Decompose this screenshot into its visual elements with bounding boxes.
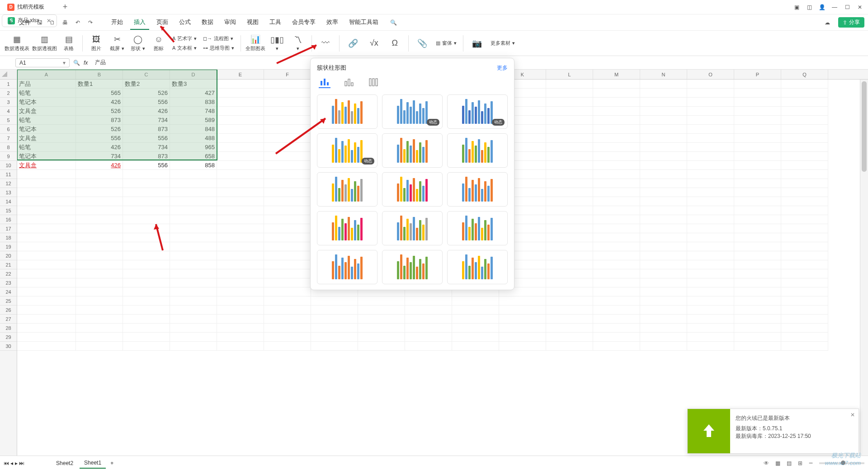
cell[interactable] bbox=[264, 278, 311, 287]
cell[interactable] bbox=[264, 134, 311, 143]
camera-button[interactable]: 📷 bbox=[468, 33, 486, 54]
cell[interactable] bbox=[264, 206, 311, 215]
cell[interactable] bbox=[734, 161, 781, 170]
cell[interactable] bbox=[358, 296, 405, 306]
cell[interactable] bbox=[76, 206, 123, 215]
cell[interactable] bbox=[17, 306, 76, 315]
cell[interactable] bbox=[640, 197, 687, 206]
cell[interactable] bbox=[781, 306, 828, 315]
cell[interactable] bbox=[264, 143, 311, 152]
cell[interactable] bbox=[76, 342, 123, 351]
cell[interactable] bbox=[358, 324, 405, 333]
row-header[interactable]: 29 bbox=[0, 333, 17, 342]
cell[interactable] bbox=[546, 287, 593, 296]
cell[interactable] bbox=[17, 179, 76, 188]
hyperlink-button[interactable]: 🔗 bbox=[344, 33, 362, 54]
cell[interactable] bbox=[781, 116, 828, 125]
cell[interactable] bbox=[734, 143, 781, 152]
cell[interactable] bbox=[640, 287, 687, 296]
cell[interactable] bbox=[640, 188, 687, 197]
cell[interactable] bbox=[76, 278, 123, 287]
cell[interactable] bbox=[546, 251, 593, 260]
cell[interactable] bbox=[781, 107, 828, 116]
cell[interactable] bbox=[546, 306, 593, 315]
cell[interactable] bbox=[17, 324, 76, 333]
cell[interactable] bbox=[358, 315, 405, 324]
cell[interactable] bbox=[311, 315, 358, 324]
chart-type-100stacked[interactable] bbox=[368, 76, 379, 88]
cell[interactable] bbox=[734, 287, 781, 296]
menu-tab[interactable]: 视图 bbox=[243, 15, 262, 30]
cell[interactable] bbox=[546, 215, 593, 224]
cell[interactable] bbox=[640, 269, 687, 278]
cell[interactable]: 铅笔 bbox=[17, 116, 76, 125]
row-header[interactable]: 3 bbox=[0, 98, 17, 107]
cell[interactable] bbox=[734, 251, 781, 260]
sheet-tab[interactable]: Sheet1 bbox=[80, 458, 106, 469]
cell[interactable] bbox=[217, 125, 264, 134]
cell[interactable] bbox=[217, 233, 264, 242]
flowchart-button[interactable]: ◻→ 流程图 ▾ bbox=[201, 34, 236, 43]
row-header[interactable]: 9 bbox=[0, 152, 17, 161]
cell[interactable]: 426 bbox=[76, 161, 123, 170]
cell[interactable] bbox=[76, 242, 123, 251]
cell[interactable]: 589 bbox=[170, 116, 217, 125]
cell[interactable] bbox=[123, 278, 170, 287]
cell[interactable] bbox=[640, 134, 687, 143]
cell[interactable]: 笔记本 bbox=[17, 152, 76, 161]
cell[interactable] bbox=[593, 342, 640, 351]
column-header[interactable]: D bbox=[170, 70, 217, 79]
cell[interactable] bbox=[734, 152, 781, 161]
cell[interactable] bbox=[405, 315, 452, 324]
cell[interactable] bbox=[734, 206, 781, 215]
vertical-scrollbar[interactable] bbox=[860, 80, 868, 456]
cell[interactable]: 数量2 bbox=[123, 80, 170, 89]
cell[interactable] bbox=[452, 333, 499, 342]
row-header[interactable]: 24 bbox=[0, 287, 17, 296]
cell[interactable] bbox=[640, 179, 687, 188]
column-header[interactable]: A bbox=[17, 70, 76, 79]
cell[interactable] bbox=[452, 296, 499, 306]
cell[interactable] bbox=[217, 324, 264, 333]
cell[interactable]: 文具盒 bbox=[17, 161, 76, 170]
cell[interactable] bbox=[687, 188, 734, 197]
cloud-icon[interactable]: ☁ bbox=[822, 18, 832, 28]
cell[interactable] bbox=[311, 324, 358, 333]
chart-thumbnail[interactable] bbox=[382, 133, 443, 168]
wordart-button[interactable]: A 艺术字 ▾ bbox=[170, 34, 198, 43]
select-all-corner[interactable] bbox=[0, 70, 17, 80]
cell[interactable] bbox=[734, 342, 781, 351]
cell[interactable] bbox=[687, 306, 734, 315]
row-header[interactable]: 26 bbox=[0, 306, 17, 315]
menu-tab[interactable]: 智能工具箱 bbox=[345, 15, 382, 30]
column-header[interactable]: L bbox=[546, 70, 593, 79]
cell[interactable] bbox=[76, 306, 123, 315]
cell[interactable] bbox=[640, 143, 687, 152]
cell[interactable] bbox=[546, 260, 593, 269]
cell[interactable] bbox=[170, 242, 217, 251]
share-button[interactable]: ⇪ 分享 bbox=[838, 17, 864, 28]
cell[interactable] bbox=[499, 306, 546, 315]
cell[interactable] bbox=[546, 188, 593, 197]
cell[interactable] bbox=[640, 170, 687, 179]
cell[interactable] bbox=[264, 161, 311, 170]
cell[interactable] bbox=[17, 197, 76, 206]
cell[interactable] bbox=[264, 98, 311, 107]
cell[interactable] bbox=[687, 143, 734, 152]
avatar-icon[interactable]: 👤 bbox=[817, 3, 826, 12]
chart-thumbnail[interactable]: 动态 bbox=[447, 94, 508, 129]
cell[interactable] bbox=[734, 170, 781, 179]
cell[interactable] bbox=[217, 333, 264, 342]
cell[interactable] bbox=[17, 342, 76, 351]
cell[interactable] bbox=[687, 98, 734, 107]
cell[interactable] bbox=[593, 125, 640, 134]
cell[interactable] bbox=[687, 215, 734, 224]
cell[interactable] bbox=[546, 324, 593, 333]
cell[interactable] bbox=[358, 333, 405, 342]
cell[interactable] bbox=[264, 116, 311, 125]
cell[interactable] bbox=[170, 188, 217, 197]
cell[interactable] bbox=[734, 188, 781, 197]
cell[interactable] bbox=[546, 161, 593, 170]
cell[interactable] bbox=[405, 324, 452, 333]
row-header[interactable]: 2 bbox=[0, 89, 17, 98]
